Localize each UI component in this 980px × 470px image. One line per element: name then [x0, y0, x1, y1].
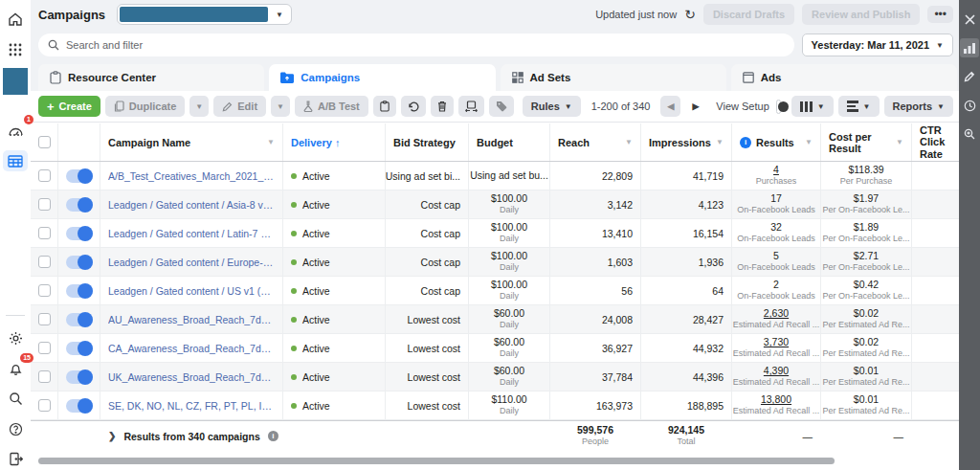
- results-value[interactable]: 13,800: [761, 393, 791, 406]
- reach-total-cell: 599,576 People: [549, 421, 640, 451]
- campaign-toggle[interactable]: [66, 169, 93, 183]
- content-card: + Create Duplicate ▼ Edit ▼ A/B Test: [31, 91, 959, 470]
- ctr-cell: [911, 392, 959, 419]
- prev-page-button[interactable]: ◀: [660, 96, 680, 117]
- select-all-checkbox[interactable]: [38, 136, 51, 148]
- ads-manager-table-icon[interactable]: [3, 150, 28, 172]
- edit-menu-button[interactable]: ▼: [271, 96, 290, 117]
- edit-pencil-icon[interactable]: [960, 67, 979, 86]
- search-rail-icon[interactable]: [3, 388, 28, 410]
- apps-grid-icon[interactable]: [3, 39, 28, 61]
- horizontal-scrollbar-thumb[interactable]: [38, 458, 835, 464]
- budget-cell: $60.00Daily: [468, 334, 549, 362]
- results-value[interactable]: 3,730: [764, 336, 789, 348]
- campaign-toggle[interactable]: [66, 256, 93, 269]
- notifications-bell-icon[interactable]: 15: [3, 358, 28, 380]
- clipboard-button[interactable]: [373, 96, 396, 117]
- export-button[interactable]: [458, 96, 484, 117]
- results-value[interactable]: 4: [773, 164, 779, 176]
- row-checkbox[interactable]: [38, 313, 51, 325]
- row-checkbox[interactable]: [38, 169, 51, 182]
- row-checkbox[interactable]: [38, 399, 51, 412]
- account-selector[interactable]: ▼: [117, 4, 292, 25]
- search-input[interactable]: [66, 39, 785, 51]
- next-page-button[interactable]: ▶: [685, 96, 705, 117]
- logout-door-icon[interactable]: [3, 448, 28, 470]
- row-checkbox[interactable]: [38, 227, 51, 239]
- date-range-picker[interactable]: Yesterday: Mar 11, 2021 ▼: [802, 34, 953, 56]
- discard-drafts-button[interactable]: Discard Drafts: [703, 4, 794, 25]
- rules-button[interactable]: Rules ▼: [523, 96, 581, 117]
- tab-ad-sets[interactable]: Ad Sets: [501, 64, 726, 91]
- col-bid-strategy[interactable]: Bid Strategy: [385, 123, 468, 161]
- ab-test-button[interactable]: A/B Test: [295, 96, 368, 117]
- home-icon[interactable]: [3, 9, 28, 31]
- breakdown-button[interactable]: ▼: [838, 96, 880, 117]
- row-checkbox[interactable]: [38, 342, 51, 354]
- campaign-name-link[interactable]: Leadgen / Gated content / Asia-8 v1 (AL): [108, 199, 275, 211]
- ads-reporting-gauge-icon[interactable]: 1: [3, 120, 28, 142]
- results-value: 17: [770, 192, 782, 205]
- col-delivery[interactable]: Delivery ↑: [282, 123, 385, 161]
- campaign-name-link[interactable]: Leadgen / Gated content / Europe-25 v1 (…: [108, 257, 275, 268]
- delete-button[interactable]: [431, 96, 454, 117]
- campaign-name-link[interactable]: SE, DK, NO, NL, CZ, FR, PT, PL, IT_Aware…: [108, 400, 275, 412]
- edit-button[interactable]: Edit: [213, 96, 266, 117]
- campaign-name-link[interactable]: Leadgen / Gated content / US v1 (AL): [108, 285, 275, 297]
- campaign-toggle[interactable]: [66, 284, 93, 298]
- results-summary[interactable]: ❯ Results from 340 campaigns i: [100, 421, 385, 451]
- more-options-button[interactable]: •••: [927, 6, 953, 23]
- settings-gear-icon[interactable]: [3, 327, 28, 349]
- duplicate-button[interactable]: Duplicate: [105, 96, 186, 117]
- account-avatar[interactable]: [3, 68, 28, 95]
- row-toggle-cell: [57, 305, 100, 333]
- tab-resource-center[interactable]: Resource Center: [38, 64, 264, 91]
- view-setup-toggle[interactable]: [776, 100, 781, 114]
- performance-chart-icon[interactable]: [960, 38, 979, 57]
- campaign-name-cell: CA_Awareness_Broad_Reach_7days: [100, 334, 282, 362]
- results-value[interactable]: 4,390: [764, 365, 789, 377]
- columns-button[interactable]: ▼: [791, 96, 834, 117]
- zoom-search-icon[interactable]: [960, 124, 979, 144]
- review-publish-button[interactable]: Review and Publish: [802, 4, 920, 25]
- col-reach[interactable]: Reach▼: [549, 123, 640, 161]
- impressions-cell: 44,932: [640, 334, 731, 362]
- duplicate-menu-button[interactable]: ▼: [189, 96, 209, 117]
- col-impressions[interactable]: Impressions▼: [640, 123, 731, 161]
- search-bar[interactable]: [38, 34, 794, 56]
- campaign-name-link[interactable]: AU_Awareness_Broad_Reach_7days: [108, 314, 275, 325]
- campaign-name-link[interactable]: Leadgen / Gated content / Latin-7 v1 (AL…: [108, 228, 275, 239]
- campaign-name-link[interactable]: A/B_Test_Creatives_March_2021_US_Broad_.…: [108, 170, 275, 182]
- row-checkbox[interactable]: [38, 370, 51, 383]
- row-checkbox[interactable]: [38, 198, 51, 211]
- help-icon[interactable]: [3, 418, 28, 440]
- reports-button[interactable]: Reports ▼: [884, 96, 953, 117]
- history-clock-icon[interactable]: [960, 96, 979, 115]
- campaign-toggle[interactable]: [66, 198, 93, 212]
- reach-cell: 37,784: [549, 363, 640, 391]
- row-checkbox[interactable]: [38, 256, 51, 268]
- campaign-toggle[interactable]: [66, 313, 93, 326]
- col-campaign-name[interactable]: Campaign Name▼: [100, 123, 282, 161]
- campaign-toggle[interactable]: [66, 399, 93, 413]
- tag-button[interactable]: [489, 96, 514, 117]
- campaign-name-link[interactable]: UK_Awareness_Broad_Reach_7days: [108, 371, 275, 383]
- col-cost-per-result[interactable]: Cost per Result▼: [820, 123, 911, 161]
- tab-ads[interactable]: Ads: [731, 64, 957, 91]
- results-value[interactable]: 2,630: [764, 307, 789, 320]
- refresh-icon[interactable]: ↻: [684, 8, 696, 21]
- close-icon[interactable]: [960, 10, 979, 29]
- undo-button[interactable]: [401, 96, 426, 117]
- impressions-cell: 64: [640, 277, 731, 304]
- campaign-toggle[interactable]: [66, 227, 93, 240]
- col-results[interactable]: i Results▼: [731, 123, 820, 161]
- ctr-cell: [911, 334, 959, 362]
- col-ctr[interactable]: CTR Click Rate: [911, 123, 959, 161]
- campaign-toggle[interactable]: [66, 370, 93, 384]
- col-budget[interactable]: Budget: [468, 123, 549, 161]
- create-button[interactable]: + Create: [38, 96, 100, 117]
- campaign-toggle[interactable]: [66, 342, 93, 355]
- row-checkbox[interactable]: [38, 284, 51, 297]
- tab-campaigns[interactable]: Campaigns: [269, 64, 495, 91]
- campaign-name-link[interactable]: CA_Awareness_Broad_Reach_7days: [108, 343, 275, 354]
